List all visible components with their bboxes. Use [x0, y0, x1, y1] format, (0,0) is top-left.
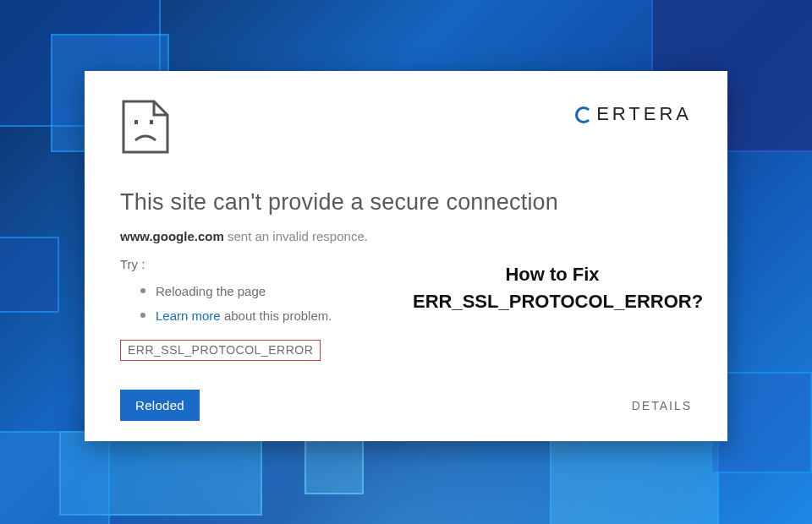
brand-name: ERTERA — [596, 103, 692, 125]
reload-button[interactable]: Reloded — [120, 390, 200, 421]
details-button[interactable]: DETAILS — [632, 399, 692, 412]
svg-rect-1 — [150, 120, 153, 124]
brand-logo-icon — [575, 106, 592, 123]
error-subline: www.google.com sent an invalid responce. — [120, 229, 692, 243]
suggestion-reload: Reloading the page — [156, 284, 266, 298]
learn-more-suffix: about this problem. — [221, 308, 332, 323]
brand-logo: ERTERA — [575, 103, 692, 125]
learn-more-link[interactable]: Learn more — [156, 308, 221, 323]
error-host-suffix: sent an invalid responce. — [224, 229, 368, 243]
error-code-box: ERR_SSL_PROTOCOL_ERROR — [120, 340, 321, 361]
error-card: ERTERA This site can't provide a secure … — [85, 71, 727, 441]
error-host: www.google.com — [120, 229, 224, 243]
error-heading: This site can't provide a secure connect… — [120, 189, 692, 216]
overlay-line2: ERR_SSL_PROTOCOL_ERROR? — [413, 288, 692, 315]
svg-rect-0 — [134, 120, 138, 124]
overlay-line1: How to Fix — [413, 261, 692, 288]
sad-page-icon — [120, 100, 171, 157]
overlay-title: How to Fix ERR_SSL_PROTOCOL_ERROR? — [413, 261, 692, 315]
error-code: ERR_SSL_PROTOCOL_ERROR — [128, 343, 313, 357]
